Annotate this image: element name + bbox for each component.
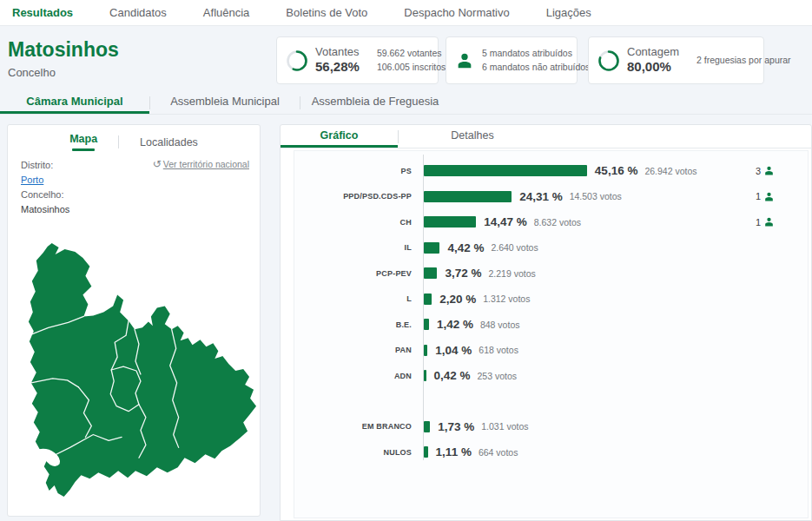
votantes-percent: 56,28% bbox=[315, 59, 360, 76]
party-label: CH bbox=[294, 218, 418, 227]
result-votes: 2.640 votos bbox=[491, 242, 538, 253]
result-bar bbox=[424, 165, 587, 176]
top-nav: ResultadosCandidatosAfluênciaBoletins de… bbox=[0, 0, 812, 26]
result-votes: 848 votos bbox=[480, 320, 520, 330]
result-votes: 2.219 votos bbox=[489, 268, 536, 279]
result-percent: 14,47 % bbox=[484, 215, 527, 228]
party-label: PCP-PEV bbox=[294, 269, 418, 278]
result-votes: 664 votos bbox=[479, 447, 518, 458]
organ-tabs: Câmara MunicipalAssembleia MunicipalAsse… bbox=[0, 91, 812, 115]
party-result-row: IL 4,42 % 2.640 votos bbox=[294, 235, 808, 261]
organ-tab[interactable]: Assembleia Municipal bbox=[150, 91, 300, 114]
votantes-card: Votantes 56,28% 59.662 votantes 106.005 … bbox=[276, 36, 439, 84]
party-label: PS bbox=[294, 167, 418, 175]
view-national-territory-link[interactable]: ↺Ver território nacional bbox=[153, 158, 249, 170]
result-percent: 0,42 % bbox=[434, 369, 471, 382]
party-result-row: ADN 0,42 % 253 votos bbox=[294, 363, 808, 389]
result-percent: 1,11 % bbox=[436, 445, 472, 458]
results-chart: PS 45,16 % 26.942 votos 3 PPD/PSD.CDS-PP… bbox=[294, 150, 809, 518]
result-percent: 2,20 % bbox=[439, 293, 476, 306]
result-bar bbox=[424, 319, 429, 330]
party-result-row: CH 14,47 % 8.632 votos 1 bbox=[294, 209, 808, 235]
result-bar bbox=[424, 345, 427, 356]
mandates-badge: 1 bbox=[756, 191, 808, 202]
mandates-badge: 3 bbox=[756, 165, 808, 176]
votantes-count: 59.662 votantes bbox=[377, 47, 446, 61]
party-label: L bbox=[294, 294, 418, 303]
result-bar bbox=[424, 267, 437, 279]
result-bar bbox=[424, 421, 430, 432]
result-percent: 1,73 % bbox=[438, 420, 474, 433]
mandates-count: 1 bbox=[756, 191, 761, 201]
nav-item-liga-es[interactable]: Ligações bbox=[546, 6, 616, 19]
nav-item-boletins-de-voto[interactable]: Boletins de Voto bbox=[286, 6, 392, 19]
municipality-map[interactable] bbox=[10, 240, 260, 500]
party-label: NULOS bbox=[294, 448, 418, 457]
mandates-badge: 1 bbox=[756, 216, 808, 228]
map-tabs: MapaLocalidades bbox=[8, 125, 260, 151]
contagem-progress-ring-icon bbox=[597, 49, 620, 72]
party-label: PPD/PSD.CDS-PP bbox=[294, 192, 418, 201]
map-panel: MapaLocalidades Distrito: Porto Concelho… bbox=[7, 124, 261, 517]
mandatos-atribuidos: 5 mandatos atribuídos bbox=[482, 47, 590, 61]
council-label: Concelho: bbox=[21, 188, 69, 202]
votantes-progress-ring-icon bbox=[286, 49, 308, 72]
results-panel: GráficoDetalhes PS 45,16 % 26.942 votos … bbox=[280, 124, 812, 521]
result-bar bbox=[424, 216, 476, 228]
result-bar bbox=[424, 242, 439, 254]
nav-item-despacho-normativo[interactable]: Despacho Normativo bbox=[404, 6, 533, 19]
result-bar bbox=[424, 191, 512, 202]
result-percent: 4,42 % bbox=[447, 241, 484, 254]
result-votes: 1.031 votos bbox=[481, 421, 528, 432]
result-votes: 253 votos bbox=[478, 371, 518, 381]
party-label: EM BRANCO bbox=[294, 422, 418, 431]
mandate-person-icon bbox=[763, 216, 775, 228]
mandate-person-icon bbox=[763, 165, 775, 176]
map-land-shape[interactable] bbox=[29, 243, 256, 497]
party-result-row: PCP-PEV 3,72 % 2.219 votos bbox=[294, 260, 808, 287]
party-result-row: L 2,20 % 1.312 votos bbox=[294, 287, 808, 313]
chart-rows: PS 45,16 % 26.942 votos 3 PPD/PSD.CDS-PP… bbox=[294, 151, 808, 465]
district-link[interactable]: Porto bbox=[21, 173, 69, 188]
inscritos-count: 106.005 inscritos bbox=[377, 61, 446, 75]
result-percent: 45,16 % bbox=[595, 164, 638, 177]
organ-tab[interactable]: Assembleia de Freguesia bbox=[300, 91, 450, 114]
results-tab[interactable]: Detalhes bbox=[399, 125, 546, 148]
party-result-row: PPD/PSD.CDS-PP 24,31 % 14.503 votos 1 bbox=[294, 184, 808, 210]
party-result-row: PS 45,16 % 26.942 votos 3 bbox=[294, 158, 808, 184]
result-votes: 1.312 votos bbox=[483, 293, 530, 304]
mandate-person-icon bbox=[763, 191, 775, 202]
result-percent: 3,72 % bbox=[445, 267, 481, 280]
party-label: B.E. bbox=[294, 320, 418, 329]
council-value: Matosinhos bbox=[21, 202, 69, 217]
mandatos-card: 5 mandatos atribuídos 6 mandatos não atr… bbox=[446, 36, 578, 84]
party-result-row: NULOS 1,11 % 664 votos bbox=[294, 439, 808, 465]
header: Matosinhos Concelho Votantes 56,28% 59.6… bbox=[0, 26, 812, 91]
result-votes: 8.632 votos bbox=[534, 217, 581, 228]
party-label: IL bbox=[294, 243, 418, 252]
freguesias-por-apurar: 2 freguesias por apurar bbox=[696, 54, 791, 68]
mandates-count: 3 bbox=[756, 166, 761, 176]
nav-item-aflu-ncia[interactable]: Afluência bbox=[203, 6, 274, 19]
panel-tab[interactable]: Mapa bbox=[49, 133, 118, 151]
active-tab-underline bbox=[72, 148, 95, 151]
rotate-ccw-icon: ↺ bbox=[153, 158, 162, 170]
party-label: PAN bbox=[294, 346, 418, 354]
result-bar bbox=[424, 446, 428, 458]
nav-item-candidatos[interactable]: Candidatos bbox=[109, 6, 191, 19]
page-title: Matosinhos bbox=[8, 38, 119, 62]
nav-item-resultados[interactable]: Resultados bbox=[12, 6, 97, 19]
result-bar bbox=[424, 293, 432, 305]
result-bar bbox=[424, 370, 426, 381]
panel-tab[interactable]: Localidades bbox=[119, 136, 219, 148]
territory-info: Distrito: Porto Concelho: Matosinhos bbox=[21, 158, 69, 217]
result-votes: 14.503 votos bbox=[570, 191, 622, 201]
party-label: ADN bbox=[294, 372, 418, 380]
organ-tab[interactable]: Câmara Municipal bbox=[0, 91, 149, 114]
view-national-territory-label: Ver território nacional bbox=[163, 159, 249, 169]
result-percent: 1,04 % bbox=[435, 344, 472, 357]
result-percent: 1,42 % bbox=[437, 318, 473, 331]
contagem-card: Contagem 80,00% 2 freguesias por apurar bbox=[588, 36, 764, 84]
result-votes: 618 votos bbox=[479, 345, 518, 355]
results-tab[interactable]: Gráfico bbox=[281, 125, 398, 148]
